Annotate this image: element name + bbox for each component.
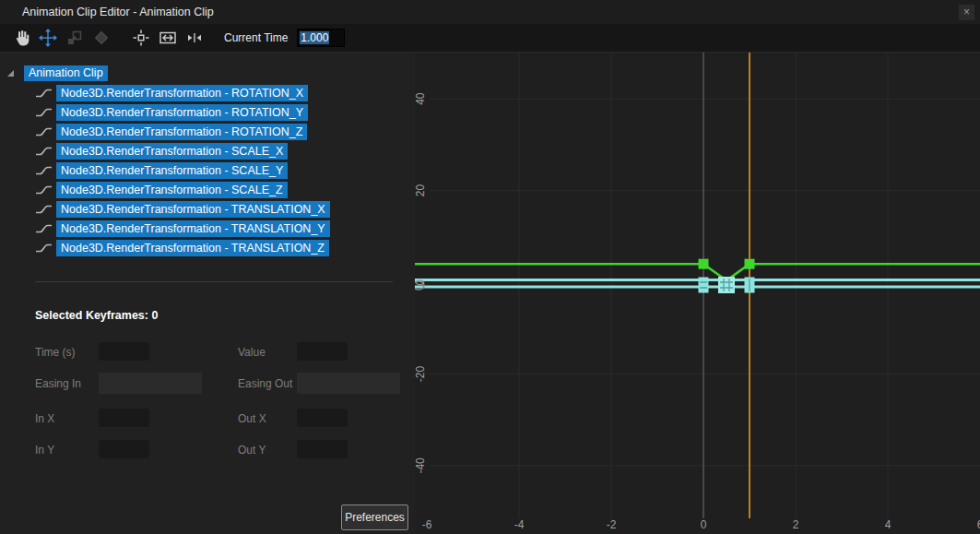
out-x-label: Out X [238,412,266,425]
tree-root-animation-clip[interactable]: Animation Clip [24,65,108,81]
preferences-button[interactable]: Preferences [341,504,408,530]
tree-item-translation_y[interactable]: Node3D.RenderTransformation - TRANSLATIO… [35,220,330,237]
tree-item-scale_y[interactable]: Node3D.RenderTransformation - SCALE_Y [35,162,288,179]
tree-item-scale_x[interactable]: Node3D.RenderTransformation - SCALE_X [35,143,288,160]
selected-keyframes-label: Selected Keyframes: [35,309,151,322]
tree-item-rotation_x[interactable]: Node3D.RenderTransformation - ROTATION_X [35,85,308,101]
tree-item-label: Node3D.RenderTransformation - TRANSLATIO… [56,201,330,218]
close-icon: × [963,6,970,18]
tree-item-translation_z[interactable]: Node3D.RenderTransformation - TRANSLATIO… [35,240,329,256]
x-tick-label: -4 [514,518,525,531]
out-y-label: Out Y [238,444,266,457]
center-view-tool-button[interactable] [129,27,153,49]
out-y-input[interactable] [297,440,348,458]
toolbar: Current Time 1.000 [0,24,980,53]
x-tick-label: 2 [793,518,799,531]
easing-in-label: Easing In [35,377,81,390]
animation-curve-icon [35,125,53,139]
selected-keyframes-count: 0 [151,309,158,322]
animation-clip-editor-window: Animation Clip Editor - Animation Clip × [0,0,980,534]
panel-separator [35,281,393,282]
in-x-label: In X [35,412,54,425]
y-tick-label: 20 [415,184,427,197]
time-field-label: Time (s) [35,346,76,359]
tree-item-label: Node3D.RenderTransformation - ROTATION_X [56,85,308,101]
animation-curve-icon [35,241,53,255]
tree-item-rotation_y[interactable]: Node3D.RenderTransformation - ROTATION_Y [35,104,308,121]
y-tick-label: 40 [415,92,427,105]
tree-item-label: Node3D.RenderTransformation - ROTATION_Y [56,104,308,121]
expand-horizontal-tool-button[interactable] [183,27,207,49]
tree-item-label: Node3D.RenderTransformation - ROTATION_Z [56,124,307,140]
x-tick-label: 6 [977,518,980,531]
expand-horizontal-icon [185,29,204,47]
move-arrows-icon [39,29,57,47]
crosshair-target-icon [132,29,150,47]
tree-item-scale_z[interactable]: Node3D.RenderTransformation - SCALE_Z [35,182,288,198]
y-tick-label: 0 [415,279,427,285]
easing-in-dropdown[interactable] [99,373,202,394]
in-y-label: In Y [35,444,54,457]
tree-item-translation_x[interactable]: Node3D.RenderTransformation - TRANSLATIO… [35,201,330,218]
fit-width-tool-button[interactable] [156,27,180,49]
y-tick-label: -20 [415,366,427,383]
fit-width-icon [159,29,177,47]
x-tick-label: 0 [701,518,707,531]
x-tick-label: 4 [885,518,891,531]
tree-item-label: Node3D.RenderTransformation - SCALE_X [56,143,288,160]
value-field-input[interactable] [297,342,348,361]
scale-tool-button[interactable] [63,27,87,49]
current-time-input[interactable]: 1.000 [297,29,345,47]
current-time-value: 1.000 [300,31,329,44]
easing-out-label: Easing Out [238,377,292,390]
close-button[interactable]: × [959,5,974,20]
scale-icon [65,29,84,47]
rotation-keyframe-marker[interactable] [745,259,755,269]
keyframe-diamond-icon [92,29,111,47]
selected-keyframe-marker[interactable] [718,277,735,293]
title-bar: Animation Clip Editor - Animation Clip × [0,0,980,24]
tree-item-rotation_z[interactable]: Node3D.RenderTransformation - ROTATION_Z [35,124,307,140]
x-tick-label: -2 [607,518,617,531]
current-time-label: Current Time [224,31,288,44]
add-keyframe-tool-button[interactable] [89,27,113,49]
tree-item-label: Node3D.RenderTransformation - TRANSLATIO… [56,240,329,256]
animation-tree-panel: Animation Clip Node3D.RenderTransformati… [0,53,415,534]
keyframe-cluster-marker[interactable] [699,278,709,293]
in-y-input[interactable] [99,440,149,458]
animation-curve-icon [35,144,53,159]
y-tick-label: -40 [415,457,427,474]
rotation-keyframe-marker[interactable] [699,259,709,269]
animation-curve-icon [35,105,53,120]
window-title: Animation Clip Editor - Animation Clip [22,0,214,24]
easing-out-dropdown[interactable] [297,373,400,394]
animation-curve-icon [35,183,53,197]
move-tool-button[interactable] [36,27,60,49]
pan-tool-button[interactable] [9,27,33,49]
animation-curve-icon [35,221,53,236]
selected-keyframes-text: Selected Keyframes: 0 [35,309,158,322]
curve-editor-svg[interactable]: -6-4-2024640200-20-40 [415,53,980,534]
tree-item-label: Node3D.RenderTransformation - TRANSLATIO… [56,220,330,237]
animation-curve-icon [35,202,53,217]
value-field-label: Value [238,346,266,359]
in-x-input[interactable] [99,409,149,427]
x-tick-label: -6 [422,518,432,531]
tree-expander-icon[interactable] [7,70,14,77]
rotation-curves[interactable] [415,264,980,280]
hand-icon [12,29,30,47]
animation-curve-icon [35,163,53,178]
curve-editor-canvas[interactable]: -6-4-2024640200-20-40 [415,53,980,534]
out-x-input[interactable] [297,409,348,427]
animation-curve-icon [35,86,53,101]
tree-item-label: Node3D.RenderTransformation - SCALE_Z [56,182,288,198]
tree-item-label: Node3D.RenderTransformation - SCALE_Y [56,162,288,179]
time-field-input[interactable] [99,342,149,361]
